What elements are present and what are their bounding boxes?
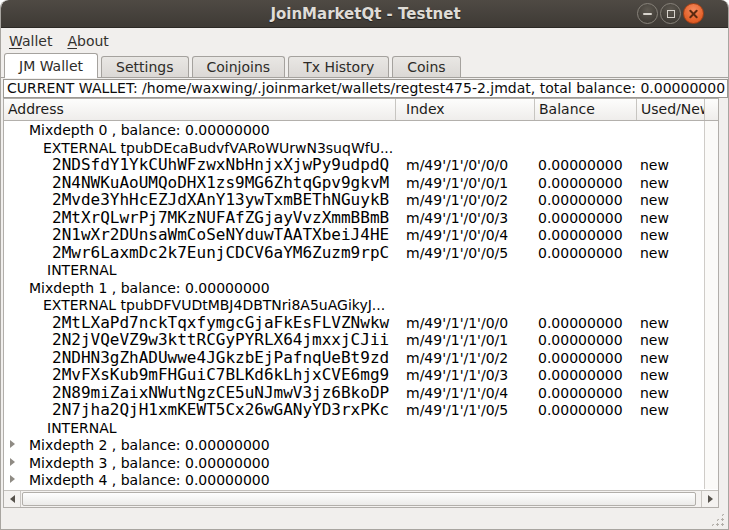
used-new-status: new [640, 192, 669, 208]
address-row[interactable]: 2N89miZaixNWutNgzCE5uNJmwV3jz6BkoDPm/49'… [4, 384, 704, 402]
row-label: EXTERNAL tpubDEcaBudvfVARoWUrwN3suqWfU..… [43, 140, 393, 156]
balance-value: 0.00000000 [538, 175, 623, 191]
row-label: Mixdepth 1 , balance: 0.00000000 [29, 280, 270, 296]
header-used-new[interactable]: Used/New [636, 99, 704, 120]
expand-arrow-icon[interactable] [10, 440, 15, 448]
balance-value: 0.00000000 [538, 367, 623, 383]
balance-value: 0.00000000 [538, 192, 623, 208]
address-row[interactable]: 2N4NWKuAoUMQoDHX1zs9MG6ZhtqGpv9gkvMm/49'… [4, 174, 704, 192]
address-text: 2Mvde3YhHcEZJdXAnY13ywTxmBEThNGuykB [52, 190, 389, 209]
tab-tx-history[interactable]: Tx History [288, 56, 389, 77]
balance-value: 0.00000000 [538, 227, 623, 243]
balance-value: 0.00000000 [538, 210, 623, 226]
mixdepth-row[interactable]: Mixdepth 0 , balance: 0.00000000 [4, 121, 704, 139]
balance-value: 0.00000000 [538, 245, 623, 261]
external-branch-row[interactable]: EXTERNAL tpubDEcaBudvfVARoWUrwN3suqWfU..… [4, 139, 704, 157]
address-text: 2MtXrQLwrPj7MKzNUFAfZGjayVvzXmmBBmB [52, 208, 389, 227]
mixdepth-row[interactable]: Mixdepth 1 , balance: 0.00000000 [4, 279, 704, 297]
address-text: 2NDHN3gZhADUwwe4JGkzbEjPafnqUeBt9zd [52, 348, 389, 367]
row-label: Mixdepth 3 , balance: 0.00000000 [29, 455, 270, 471]
resize-grip[interactable] [710, 512, 725, 527]
tab-coins[interactable]: Coins [392, 56, 460, 77]
mixdepth-row[interactable]: Mixdepth 2 , balance: 0.00000000 [4, 436, 704, 454]
address-row[interactable]: 2N1wXr2DUnsaWmCoSeNYduwTAATXbeiJ4HEm/49'… [4, 226, 704, 244]
row-label: Mixdepth 0 , balance: 0.00000000 [29, 122, 270, 138]
tab-settings[interactable]: Settings [101, 56, 188, 77]
address-text: 2N2jVQeVZ9w3kttRCGyPYRLX64jmxxjCJii [52, 330, 389, 349]
row-label: Mixdepth 4 , balance: 0.00000000 [29, 472, 270, 488]
balance-value: 0.00000000 [538, 157, 623, 173]
address-text: 2N1wXr2DUnsaWmCoSeNYduwTAATXbeiJ4HE [52, 225, 389, 244]
index-path: m/49'/1'/1'/0/2 [406, 350, 508, 366]
tab-coinjoins[interactable]: Coinjoins [192, 56, 286, 77]
index-path: m/49'/1'/0'/0/2 [406, 192, 508, 208]
address-row[interactable]: 2NDSfdY1YkCUhWFzwxNbHnjxXjwPy9udpdQm/49'… [4, 156, 704, 174]
title-bar[interactable]: JoinMarketQt - Testnet [1, 0, 729, 28]
maximize-button[interactable] [660, 3, 681, 24]
index-path: m/49'/1'/1'/0/1 [406, 332, 508, 348]
internal-branch-row[interactable]: INTERNAL [4, 419, 704, 437]
used-new-status: new [640, 367, 669, 383]
index-path: m/49'/1'/0'/0/5 [406, 245, 508, 261]
tab-jm-wallet[interactable]: JM Wallet [4, 53, 98, 78]
scroll-left-button[interactable] [4, 491, 21, 507]
scroll-right-icon [708, 495, 713, 503]
menu-label: bout [77, 33, 109, 49]
address-row[interactable]: 2MtLXaPd7nckTqxfymgcGjaFkEsFLVZNwkwm/49'… [4, 314, 704, 332]
scroll-right-button[interactable] [701, 491, 718, 507]
horizontal-scrollbar[interactable] [4, 490, 718, 507]
address-text: 2MtLXaPd7nckTqxfymgcGjaFkEsFLVZNwkw [52, 313, 389, 332]
index-path: m/49'/1'/0'/0/0 [406, 157, 508, 173]
address-text: 2NDSfdY1YkCUhWFzwxNbHnjxXjwPy9udpdQ [52, 155, 389, 174]
mixdepth-row[interactable]: Mixdepth 3 , balance: 0.00000000 [4, 454, 704, 472]
balance-value: 0.00000000 [538, 402, 623, 418]
balance-value: 0.00000000 [538, 315, 623, 331]
used-new-status: new [640, 175, 669, 191]
menu-item-about[interactable]: About [67, 31, 114, 51]
close-icon [688, 8, 699, 19]
used-new-status: new [640, 402, 669, 418]
index-path: m/49'/1'/1'/0/3 [406, 367, 508, 383]
address-text: 2N7jha2QjH1xmKEWT5Cx26wGANyYD3rxPKc [52, 400, 389, 419]
internal-branch-row[interactable]: INTERNAL [4, 261, 704, 279]
header-index[interactable]: Index [395, 99, 534, 120]
maximize-icon [667, 10, 675, 18]
menu-item-wallet[interactable]: Wallet [9, 31, 58, 51]
minimize-button[interactable] [637, 3, 658, 24]
used-new-status: new [640, 157, 669, 173]
close-button[interactable] [683, 3, 704, 24]
current-wallet-banner: CURRENT WALLET: /home/waxwing/.joinmarke… [3, 79, 728, 98]
index-path: m/49'/1'/0'/0/4 [406, 227, 508, 243]
row-label: Mixdepth 2 , balance: 0.00000000 [29, 437, 270, 453]
menu-label: allet [22, 33, 52, 49]
row-label: INTERNAL [47, 420, 117, 436]
address-row[interactable]: 2Mwr6LaxmDc2k7EunjCDCV6aYM6Zuzm9rpCm/49'… [4, 244, 704, 262]
tab-bar: JM WalletSettingsCoinjoinsTx HistoryCoin… [1, 52, 728, 78]
external-branch-row[interactable]: EXTERNAL tpubDFVUDtMBJ4DBTNri8A5uAGikyJ.… [4, 296, 704, 314]
used-new-status: new [640, 245, 669, 261]
index-path: m/49'/1'/1'/0/4 [406, 385, 508, 401]
status-bar [1, 508, 728, 530]
address-row[interactable]: 2N2jVQeVZ9w3kttRCGyPYRLX64jmxxjCJiim/49'… [4, 331, 704, 349]
used-new-status: new [640, 227, 669, 243]
header-address[interactable]: Address [4, 99, 395, 120]
index-path: m/49'/1'/1'/0/5 [406, 402, 508, 418]
used-new-status: new [640, 350, 669, 366]
address-row[interactable]: 2NDHN3gZhADUwwe4JGkzbEjPafnqUeBt9zdm/49'… [4, 349, 704, 367]
address-row[interactable]: 2MtXrQLwrPj7MKzNUFAfZGjayVvzXmmBBmBm/49'… [4, 209, 704, 227]
expand-arrow-icon[interactable] [10, 475, 15, 483]
mixdepth-row[interactable]: Mixdepth 4 , balance: 0.00000000 [4, 471, 704, 489]
expand-arrow-icon[interactable] [10, 458, 15, 466]
tree-viewport: Mixdepth 0 , balance: 0.00000000EXTERNAL… [4, 121, 704, 489]
minimize-icon [643, 13, 652, 15]
address-row[interactable]: 2Mvde3YhHcEZJdXAnY13ywTxmBEThNGuykBm/49'… [4, 191, 704, 209]
scroll-left-icon [10, 495, 15, 503]
header-balance[interactable]: Balance [534, 99, 636, 120]
address-row[interactable]: 2MvFXsKub9mFHGuiC7BLKd6kLhjxCVE6mg9m/49'… [4, 366, 704, 384]
balance-value: 0.00000000 [538, 385, 623, 401]
vertical-scrollbar[interactable] [704, 121, 718, 489]
index-path: m/49'/1'/1'/0/0 [406, 315, 508, 331]
address-row[interactable]: 2N7jha2QjH1xmKEWT5Cx26wGANyYD3rxPKcm/49'… [4, 401, 704, 419]
horizontal-scrollbar-thumb[interactable] [22, 492, 696, 506]
table-header: Address Index Balance Used/New [4, 99, 718, 121]
